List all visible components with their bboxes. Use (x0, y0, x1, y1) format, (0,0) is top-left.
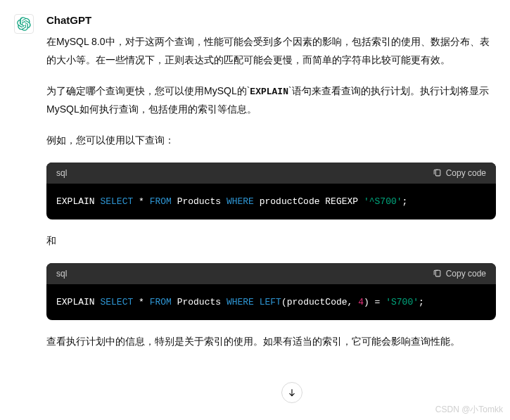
message-content: ChatGPT 在MySQL 8.0中，对于这两个查询，性能可能会受到多个因素的… (46, 14, 496, 363)
copy-label: Copy code (446, 168, 486, 178)
paragraph: 例如，您可以使用以下查询： (46, 132, 496, 150)
paragraph: 和 (46, 232, 496, 250)
svg-rect-1 (435, 270, 440, 276)
code-content[interactable]: EXPLAIN SELECT * FROM Products WHERE LEF… (46, 284, 496, 320)
copy-label: Copy code (446, 269, 486, 279)
code-header: sql Copy code (46, 263, 496, 284)
text: 为了确定哪个查询更快，您可以使用MySQL的` (46, 85, 250, 96)
inline-code: EXPLAIN (250, 87, 288, 97)
scroll-down-button[interactable] (281, 382, 302, 403)
author-name: ChatGPT (46, 14, 496, 26)
arrow-down-icon (287, 388, 297, 397)
assistant-avatar (14, 14, 34, 34)
code-block: sql Copy code EXPLAIN SELECT * FROM Prod… (46, 163, 496, 219)
message-container: ChatGPT 在MySQL 8.0中，对于这两个查询，性能可能会受到多个因素的… (0, 0, 510, 377)
clipboard-icon (433, 269, 442, 278)
svg-rect-0 (435, 170, 440, 176)
paragraph: 查看执行计划中的信息，特别是关于索引的使用。如果有适当的索引，它可能会影响查询性… (46, 333, 496, 351)
watermark: CSDN @小Tomkk (435, 404, 503, 416)
paragraph: 为了确定哪个查询更快，您可以使用MySQL的`EXPLAIN`语句来查看查询的执… (46, 82, 496, 119)
copy-code-button[interactable]: Copy code (433, 168, 486, 178)
code-header: sql Copy code (46, 163, 496, 184)
code-content[interactable]: EXPLAIN SELECT * FROM Products WHERE pro… (46, 184, 496, 219)
paragraph: 在MySQL 8.0中，对于这两个查询，性能可能会受到多个因素的影响，包括索引的… (46, 33, 496, 70)
copy-code-button[interactable]: Copy code (433, 269, 486, 279)
clipboard-icon (433, 168, 442, 177)
openai-logo-icon (17, 17, 31, 31)
code-block: sql Copy code EXPLAIN SELECT * FROM Prod… (46, 263, 496, 320)
code-language-label: sql (56, 269, 67, 279)
code-language-label: sql (56, 168, 67, 178)
